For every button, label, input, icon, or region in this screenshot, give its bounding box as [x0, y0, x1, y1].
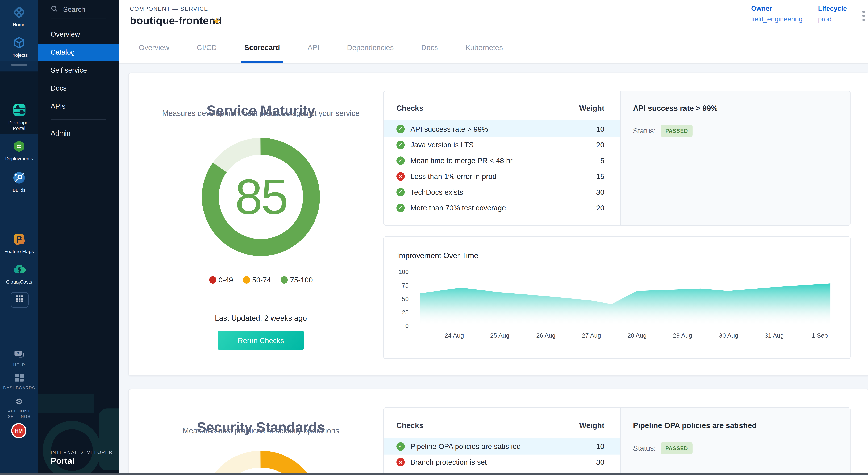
- check-label: Mean time to merge PR < 48 hr: [410, 156, 513, 165]
- tab-overview[interactable]: Overview: [139, 32, 169, 63]
- check-passed-icon: ✓: [396, 125, 405, 133]
- legend-label: 0-49: [219, 276, 233, 284]
- score-donut-chart: [202, 451, 320, 475]
- tab-bar: Overview CI/CD Scorecard API Dependencie…: [119, 32, 868, 64]
- owner-value-link[interactable]: field_engineering: [751, 15, 803, 23]
- nav-label: ACCOUNT SETTINGS: [2, 409, 36, 420]
- check-weight: 15: [596, 172, 604, 180]
- check-passed-icon: ✓: [396, 203, 405, 212]
- module-deployments[interactable]: ∞ Deployments: [0, 139, 38, 161]
- module-rail: Home Projects Developer Portal ∞ Deploym…: [0, 0, 38, 475]
- column-header-checks: Checks: [396, 421, 424, 430]
- search-input[interactable]: Search: [51, 5, 85, 14]
- scorecard-subtitle: Measures development best practices agai…: [129, 109, 393, 118]
- x-tick: 28 Aug: [620, 332, 654, 339]
- lifecycle-label: Lifecycle: [818, 4, 847, 12]
- tab-dependencies[interactable]: Dependencies: [347, 32, 394, 63]
- x-tick: 27 Aug: [575, 332, 608, 339]
- user-avatar[interactable]: HM: [11, 423, 26, 438]
- tab-scorecard[interactable]: Scorecard: [244, 32, 280, 63]
- gear-icon: ⚙: [15, 397, 23, 406]
- module-developer-portal[interactable]: Developer Portal: [0, 102, 38, 131]
- table-row[interactable]: ✓More than 70% test coverage20: [384, 199, 620, 216]
- legend-item: 0-49: [209, 276, 233, 284]
- status-badge: PASSED: [661, 442, 692, 454]
- chevron-down-icon[interactable]: ▼: [0, 280, 38, 287]
- nav-account-settings[interactable]: ⚙ ACCOUNT SETTINGS: [0, 397, 38, 420]
- check-passed-icon: ✓: [396, 188, 405, 196]
- check-label: Less than 1% error in prod: [410, 172, 496, 180]
- improvement-chart-card: Improvement Over Time 100 75 50 25 0 24 …: [383, 236, 850, 359]
- check-weight: 30: [596, 458, 604, 466]
- module-label: Feature Flags: [4, 248, 34, 254]
- builds-icon: [12, 171, 26, 185]
- chart-title: Improvement Over Time: [397, 251, 478, 260]
- status-badge: PASSED: [661, 125, 692, 137]
- check-label: TechDocs exists: [410, 188, 463, 196]
- module-home[interactable]: Home: [0, 5, 38, 28]
- help-icon: ?: [13, 349, 25, 360]
- check-weight: 30: [596, 188, 604, 196]
- table-row[interactable]: ✓Mean time to merge PR < 48 hr5: [384, 152, 620, 169]
- legend-label: 50-74: [252, 276, 271, 284]
- sidebar-item-label: APIs: [51, 102, 65, 110]
- sidebar-item-label: Admin: [51, 129, 70, 137]
- column-header-checks: Checks: [396, 104, 424, 113]
- table-row[interactable]: ✓Pipeline OPA policies are satisfied10: [384, 438, 620, 455]
- table-row[interactable]: ✓API success rate > 99%10: [384, 120, 620, 137]
- detail-status-row: Status: PASSED: [633, 125, 692, 137]
- table-row[interactable]: ✓TechDocs exists30: [384, 183, 620, 200]
- rail-collapse-handle[interactable]: [11, 64, 27, 66]
- tab-cicd[interactable]: CI/CD: [197, 32, 217, 63]
- check-weight: 20: [596, 140, 604, 149]
- module-label: Deployments: [5, 156, 33, 161]
- scorecard-service-maturity: Service Maturity Measures development be…: [128, 72, 868, 376]
- checks-panel: Checks Weight ✓API success rate > 99%10 …: [383, 91, 850, 226]
- checks-table: Checks Weight ✓API success rate > 99%10 …: [384, 91, 620, 225]
- x-tick: 25 Aug: [483, 332, 517, 339]
- favorite-star-icon[interactable]: ★: [213, 16, 220, 27]
- tab-label: Dependencies: [347, 43, 394, 52]
- table-row[interactable]: ×Branch protection is set30: [384, 453, 620, 470]
- table-row[interactable]: ×Less than 1% error in prod15: [384, 168, 620, 184]
- feature-flags-icon: [12, 232, 26, 246]
- check-label: More than 70% test coverage: [410, 203, 506, 212]
- search-icon: [51, 5, 58, 14]
- nav-help[interactable]: ? HELP: [0, 349, 38, 368]
- module-projects[interactable]: Projects: [0, 35, 38, 58]
- tab-kubernetes[interactable]: Kubernetes: [465, 32, 503, 63]
- window-bottom-edge: [0, 473, 868, 475]
- sidebar-item-apis[interactable]: APIs: [38, 98, 119, 115]
- score-donut-chart: 85: [202, 138, 320, 256]
- tab-api[interactable]: API: [308, 32, 319, 63]
- svg-text:$: $: [17, 266, 21, 273]
- lifecycle-value[interactable]: prod: [818, 15, 847, 23]
- more-options-kebab-icon[interactable]: [860, 9, 867, 22]
- y-tick: 25: [390, 309, 409, 316]
- sidebar-item-overview[interactable]: Overview: [38, 26, 119, 43]
- svg-text:?: ?: [17, 351, 20, 356]
- check-weight: 10: [596, 442, 604, 450]
- module-label: Projects: [10, 52, 28, 58]
- sidebar-item-admin[interactable]: Admin: [38, 125, 119, 142]
- sidebar-item-catalog[interactable]: Catalog: [38, 44, 119, 61]
- home-icon: [12, 5, 26, 20]
- tab-docs[interactable]: Docs: [421, 32, 438, 63]
- detail-title: Pipeline OPA policies are satisfied: [633, 421, 757, 430]
- tab-label: CI/CD: [197, 43, 217, 52]
- nav-dashboards[interactable]: DASHBOARDS: [0, 374, 38, 391]
- check-detail-panel: Pipeline OPA policies are satisfied Stat…: [620, 408, 850, 475]
- module-builds[interactable]: Builds: [0, 171, 38, 193]
- module-feature-flags[interactable]: Feature Flags: [0, 232, 38, 254]
- dashboards-icon: [14, 374, 24, 383]
- sidebar-item-self-service[interactable]: Self service: [38, 62, 119, 79]
- sidebar-item-docs[interactable]: Docs: [38, 80, 119, 97]
- check-passed-icon: ✓: [396, 156, 405, 165]
- table-row[interactable]: ✓Java version is LTS20: [384, 136, 620, 153]
- status-label: Status:: [633, 127, 656, 135]
- rerun-checks-button[interactable]: Rerun Checks: [218, 331, 304, 350]
- owner-label: Owner: [751, 4, 803, 12]
- check-weight: 20: [596, 203, 604, 212]
- check-label: Pipeline OPA policies are satisfied: [410, 442, 521, 450]
- module-picker-button[interactable]: [11, 292, 29, 308]
